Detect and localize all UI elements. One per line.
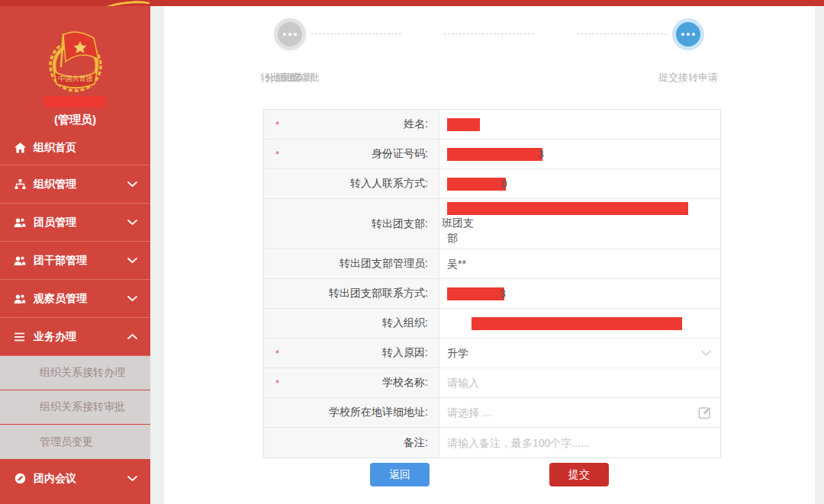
sidebar: 中国共青团 (管理员) 组织首页组织管理团员管理团干部管理观察员管理业务办理组织… bbox=[0, 6, 150, 504]
form-label: 转出团支部管理员: bbox=[340, 257, 428, 271]
form-row-3: 转出团支部:班团支部 bbox=[264, 199, 720, 249]
form-value-cell[interactable]: 升学 bbox=[439, 339, 720, 368]
form-value-cell[interactable]: 请输入备注，最多100个字...... bbox=[439, 428, 720, 457]
home-icon bbox=[14, 142, 26, 154]
form-value-cell: 0 bbox=[439, 169, 720, 198]
top-bar bbox=[0, 0, 824, 6]
form-row-10: 备注:请输入备注，最多100个字...... bbox=[264, 428, 720, 457]
form-row-1: *身份证号码:3 bbox=[264, 140, 720, 169]
required-asterisk: * bbox=[275, 119, 279, 130]
users-icon bbox=[14, 255, 26, 267]
communist-youth-league-emblem: 中国共青团 bbox=[40, 27, 111, 98]
sidebar-menu: 组织首页组织管理团员管理团干部管理观察员管理业务办理组织关系接转办理组织关系接转… bbox=[0, 131, 150, 498]
sidebar-item-label: 团干部管理 bbox=[34, 254, 127, 268]
sidebar-item-label: 业务办理 bbox=[34, 330, 127, 344]
redacted-value bbox=[447, 148, 542, 161]
redacted-value bbox=[447, 202, 688, 215]
form-label-cell: 转出团支部: bbox=[264, 199, 439, 249]
form-row-5: 转出团支部联系方式:3 bbox=[264, 279, 720, 309]
form-row-6: 转入组织: bbox=[264, 309, 720, 339]
required-asterisk: * bbox=[275, 348, 279, 359]
form-value-cell[interactable]: 请输入 bbox=[439, 368, 720, 397]
submenu-item-0[interactable]: 组织关系接转办理 bbox=[0, 356, 150, 390]
select-value[interactable]: 升学 bbox=[447, 345, 468, 361]
form-label: 转入组织: bbox=[382, 316, 428, 330]
logo-fragment bbox=[100, 0, 154, 6]
form-row-8: *学校名称:请输入 bbox=[264, 368, 720, 398]
chevron-down-icon bbox=[701, 350, 711, 357]
progress-stepper: 提交接转申请转出组织审批分配团支部完成 bbox=[224, 6, 755, 90]
main-area: 提交接转申请转出组织审批分配团支部完成 *姓名:*身份证号码:3转入人联系方式:… bbox=[150, 6, 824, 504]
step-4: 完成 bbox=[224, 6, 356, 85]
admin-role-label: (管理员) bbox=[0, 113, 150, 127]
required-asterisk: * bbox=[275, 377, 279, 389]
submit-button[interactable]: 提交 bbox=[549, 463, 609, 486]
form-label: 转入人联系方式: bbox=[350, 177, 428, 191]
list-icon bbox=[14, 331, 26, 343]
submenu-item-2[interactable]: 管理员变更 bbox=[0, 425, 150, 459]
form-row-9: 学校所在地详细地址:请选择 ... bbox=[264, 398, 720, 428]
content-card: 提交接转申请转出组织审批分配团支部完成 *姓名:*身份证号码:3转入人联系方式:… bbox=[164, 6, 815, 504]
step-circle-icon bbox=[278, 22, 302, 47]
input-placeholder[interactable]: 请输入 bbox=[447, 375, 479, 390]
back-button[interactable]: 返回 bbox=[370, 463, 430, 486]
form-label-cell: *转入原因: bbox=[264, 339, 439, 368]
form-value-cell: 吴** bbox=[439, 249, 720, 278]
form-label-cell: *学校名称: bbox=[264, 368, 439, 397]
form-value-cell: 3 bbox=[439, 279, 720, 308]
required-asterisk: * bbox=[275, 149, 279, 160]
redacted-value bbox=[472, 317, 682, 330]
value-text: 吴** bbox=[447, 256, 466, 271]
users-icon bbox=[14, 293, 26, 305]
submenu-item-1[interactable]: 组织关系接转审批 bbox=[0, 390, 150, 425]
redacted-value bbox=[447, 178, 506, 191]
form-label-cell: 转出团支部联系方式: bbox=[264, 279, 439, 308]
chevron-down-icon bbox=[127, 181, 138, 188]
chevron-down-icon bbox=[127, 257, 138, 265]
sidebar-item-label: 组织管理 bbox=[34, 178, 127, 191]
form-value-cell bbox=[439, 309, 720, 338]
form-label: 转入原因: bbox=[382, 346, 428, 360]
sidebar-item-label: 团员管理 bbox=[34, 216, 127, 230]
sidebar-item-6[interactable]: 团内会议 bbox=[0, 459, 150, 498]
form-label: 身份证号码: bbox=[372, 147, 428, 161]
value-text: 0 bbox=[501, 176, 507, 191]
form-value-cell: 班团支部 bbox=[439, 199, 720, 249]
form-label: 学校名称: bbox=[382, 376, 428, 390]
sidebar-item-2[interactable]: 团员管理 bbox=[0, 204, 150, 242]
users-icon bbox=[14, 217, 26, 229]
input-placeholder[interactable]: 请选择 ... bbox=[447, 405, 491, 420]
form-label: 转出团支部: bbox=[372, 217, 428, 231]
sidebar-item-1[interactable]: 组织管理 bbox=[0, 165, 150, 204]
form-label-cell: *身份证号码: bbox=[264, 140, 439, 169]
step-label: 提交接转申请 bbox=[622, 71, 755, 85]
form-label-cell: 学校所在地详细地址: bbox=[264, 398, 439, 427]
form-value-cell[interactable]: 请选择 ... bbox=[439, 398, 720, 427]
sidebar-item-4[interactable]: 观察员管理 bbox=[0, 280, 150, 318]
sidebar-item-label: 团内会议 bbox=[34, 472, 127, 486]
form-value-cell bbox=[439, 110, 720, 139]
form-label-cell: 备注: bbox=[264, 428, 439, 457]
sidebar-item-label: 观察员管理 bbox=[34, 292, 127, 306]
input-placeholder[interactable]: 请输入备注，最多100个字...... bbox=[447, 435, 590, 451]
form-label: 姓名: bbox=[404, 117, 428, 131]
value-text: 3 bbox=[500, 286, 506, 301]
form-row-4: 转出团支部管理员:吴** bbox=[264, 249, 720, 279]
submenu: 组织关系接转办理组织关系接转审批管理员变更 bbox=[0, 356, 150, 459]
step-1: 提交接转申请 bbox=[622, 6, 755, 85]
org-icon bbox=[14, 178, 26, 191]
form-label: 学校所在地详细地址: bbox=[329, 406, 428, 419]
form-label-cell: 转入人联系方式: bbox=[264, 169, 439, 198]
step-circle-icon bbox=[676, 22, 700, 47]
edit-icon[interactable] bbox=[698, 406, 713, 419]
transfer-form-table: *姓名:*身份证号码:3转入人联系方式:0转出团支部:班团支部转出团支部管理员:… bbox=[263, 109, 721, 458]
sidebar-item-0[interactable]: 组织首页 bbox=[0, 131, 150, 165]
sidebar-item-3[interactable]: 团干部管理 bbox=[0, 242, 150, 280]
form-label-cell: 转入组织: bbox=[264, 309, 439, 338]
chevron-down-icon bbox=[127, 219, 138, 226]
redacted-user-name bbox=[44, 96, 105, 108]
sidebar-item-5[interactable]: 业务办理 bbox=[0, 318, 150, 356]
page: 中国共青团 (管理员) 组织首页组织管理团员管理团干部管理观察员管理业务办理组织… bbox=[0, 0, 824, 504]
form-row-2: 转入人联系方式:0 bbox=[264, 169, 720, 199]
value-text: 班团支 bbox=[442, 215, 474, 230]
